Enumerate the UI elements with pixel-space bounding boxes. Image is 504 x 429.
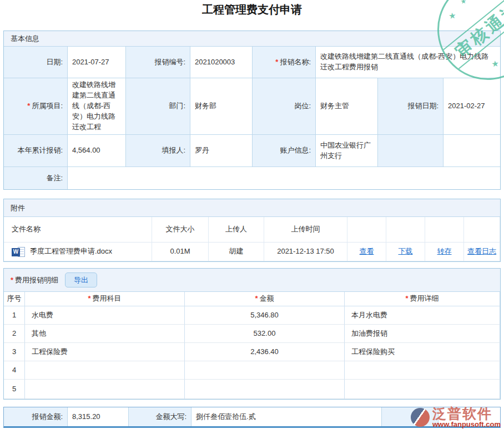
- required-mark: *: [88, 294, 90, 304]
- attachment-file-size: 0.01M: [152, 243, 209, 261]
- expense-details-title: * 费用报销明细: [11, 275, 58, 285]
- column-action: [464, 217, 500, 243]
- detail-row-seq: 2: [4, 325, 25, 343]
- summary-section: 报销金额: 8,315.20 金额大写: 捌仟叁佰壹拾伍.贰: [3, 407, 501, 428]
- detail-row-detail: [345, 361, 500, 380]
- empty-value-cell: [443, 135, 500, 167]
- basic-info-table: 日期: 2021-07-27 报销编号: 2021020003 *报销名称: 改…: [4, 47, 500, 189]
- department-value: 财务部: [190, 78, 253, 135]
- department-label: 部门:: [126, 78, 190, 135]
- detail-row-amount: 2,436.40: [185, 343, 345, 361]
- page-title: 工程管理费支付申请: [0, 2, 504, 17]
- column-subject: *费用科目: [25, 292, 185, 306]
- attachment-file-name: 季度工程管理费申请.docx: [30, 246, 112, 257]
- attachments-table: 文件名称 文件大小 上传人 上传时间 W 季度工程管理费申请.docx 0.01…: [4, 217, 500, 261]
- attachment-file-cell: W 季度工程管理费申请.docx: [4, 243, 152, 261]
- download-link[interactable]: 下载: [399, 246, 413, 257]
- summary-table: 报销金额: 8,315.20 金额大写: 捌仟叁佰壹拾伍.贰: [4, 407, 500, 426]
- column-upload-time: 上传时间: [264, 217, 347, 243]
- detail-row-subject: [25, 361, 185, 380]
- expense-details-header: * 费用报销明细 导出: [4, 269, 500, 292]
- remark-label: 备注:: [4, 167, 68, 189]
- attachment-upload-time: 2021-12-13 17:50: [264, 243, 347, 261]
- detail-row-detail: 工程保险购买: [345, 343, 500, 361]
- detail-row-seq: 5: [4, 380, 25, 399]
- attachments-header: 附件: [4, 199, 500, 217]
- expense-name-label: *报销名称:: [253, 47, 316, 78]
- column-amount: *金额: [185, 292, 345, 306]
- expense-details-table: 序号 *费用科目 *金额 *费用详细 1 水电费 5,346.80 本月水电费 …: [4, 292, 500, 399]
- export-button[interactable]: 导出: [65, 272, 97, 287]
- attachments-section: 附件 文件名称 文件大小 上传人 上传时间 W 季度工程管理费申请.docx 0…: [3, 199, 501, 262]
- required-mark: *: [275, 57, 278, 68]
- view-link[interactable]: 查看: [360, 246, 374, 257]
- expense-date-label: 报销日期:: [378, 78, 443, 135]
- column-file-name: 文件名称: [4, 217, 152, 243]
- column-seq: 序号: [4, 292, 25, 306]
- yearly-total-label: 本年累计报销:: [4, 135, 68, 167]
- amount-caps-value: 捌仟叁佰壹拾伍.贰: [191, 407, 382, 426]
- attachment-uploader: 胡建: [209, 243, 264, 261]
- detail-row-subject: 其他: [25, 325, 185, 343]
- required-mark: *: [27, 101, 30, 112]
- project-label: *所属项目:: [4, 78, 68, 135]
- expense-details-section: * 费用报销明细 导出 序号 *费用科目 *金额 *费用详细 1 水电费 5,3…: [3, 268, 501, 400]
- preparer-value: 罗丹: [190, 135, 253, 167]
- attachment-action-cell: 查看: [347, 243, 386, 261]
- expense-no-label: 报销编号:: [126, 47, 190, 78]
- expense-name-value: 改建铁路线增建第二线直通线（成都-西安）电力线路迁改工程费用报销: [316, 47, 500, 78]
- detail-row-subject: [25, 380, 185, 399]
- preparer-label: 填报人:: [126, 135, 190, 167]
- basic-info-section: 基本信息 日期: 2021-07-27 报销编号: 2021020003 *报销…: [3, 31, 501, 190]
- page: 工程管理费支付申请 ★ ★ ★ ★ ★ 审核通过 基本信息 日期: 2021-0…: [0, 0, 504, 429]
- total-amount-label: 报销金额:: [4, 407, 68, 426]
- post-label: 岗位:: [253, 78, 316, 135]
- expense-date-value: 2021-02-27: [443, 78, 500, 135]
- account-label: 账户信息:: [253, 135, 316, 167]
- detail-row-detail: [345, 380, 500, 399]
- total-amount-value: 8,315.20: [68, 407, 129, 426]
- column-action: [425, 217, 464, 243]
- empty-label-cell: [378, 135, 443, 167]
- date-label: 日期:: [4, 47, 68, 78]
- attachment-action-cell: 下载: [386, 243, 425, 261]
- post-value: 财务主管: [316, 78, 378, 135]
- detail-row-detail: 加油费报销: [345, 325, 500, 343]
- required-mark: *: [255, 294, 258, 304]
- date-value: 2021-07-27: [68, 47, 126, 78]
- required-mark: *: [405, 294, 408, 304]
- view-log-link[interactable]: 查看日志: [467, 246, 496, 257]
- remark-value: [68, 167, 500, 189]
- transfer-link[interactable]: 转存: [437, 246, 452, 257]
- word-file-icon: W: [12, 246, 26, 258]
- column-action: [347, 217, 386, 243]
- empty-label-cell: [382, 407, 439, 426]
- detail-row-seq: 4: [4, 361, 25, 380]
- expense-no-value: 2021020003: [190, 47, 253, 78]
- project-value: 改建铁路线增建第二线直通线（成都-西安）电力线路迁改工程: [68, 78, 126, 135]
- account-value: 中国农业银行广州支行: [316, 135, 378, 167]
- detail-row-amount: [185, 361, 345, 380]
- detail-row-subject: 工程保险费: [25, 343, 185, 361]
- attachment-action-cell: 转存: [425, 243, 464, 261]
- column-detail: *费用详细: [345, 292, 500, 306]
- column-action: [386, 217, 425, 243]
- detail-row-subject: 水电费: [25, 306, 185, 325]
- empty-value-cell: [439, 407, 500, 426]
- detail-row-amount: 5,346.80: [185, 306, 345, 325]
- detail-row-seq: 3: [4, 343, 25, 361]
- amount-caps-label: 金额大写:: [129, 407, 191, 426]
- column-uploader: 上传人: [209, 217, 264, 243]
- attachment-action-cell: 查看日志: [464, 243, 500, 261]
- detail-row-detail: 本月水电费: [345, 306, 500, 325]
- basic-info-header: 基本信息: [4, 31, 500, 47]
- yearly-total-value: 4,564.00: [68, 135, 126, 167]
- detail-row-amount: [185, 380, 345, 399]
- detail-row-seq: 1: [4, 306, 25, 325]
- detail-row-amount: 532.00: [185, 325, 345, 343]
- required-mark: *: [11, 276, 13, 284]
- column-file-size: 文件大小: [152, 217, 209, 243]
